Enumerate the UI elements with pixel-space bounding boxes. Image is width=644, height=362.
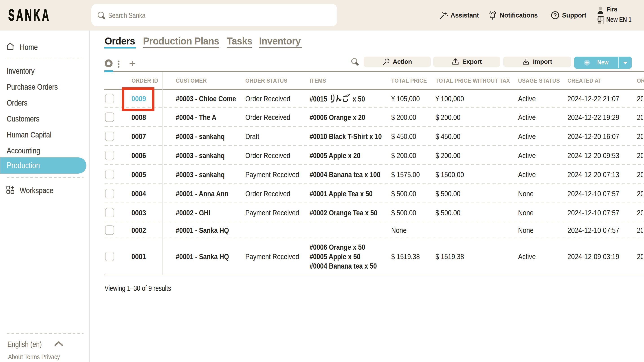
svg-text:?: ? bbox=[554, 12, 557, 19]
